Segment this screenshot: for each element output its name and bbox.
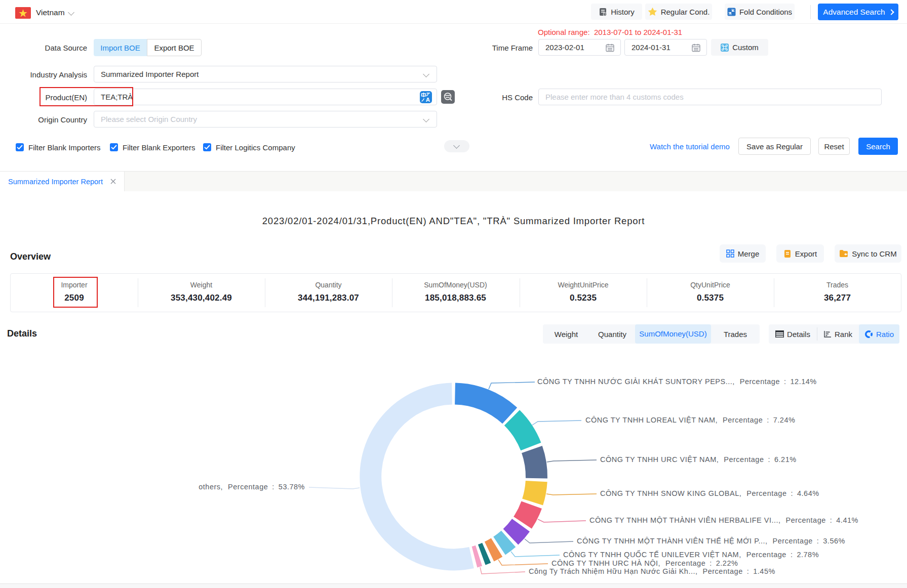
svg-text:A: A xyxy=(426,97,430,103)
